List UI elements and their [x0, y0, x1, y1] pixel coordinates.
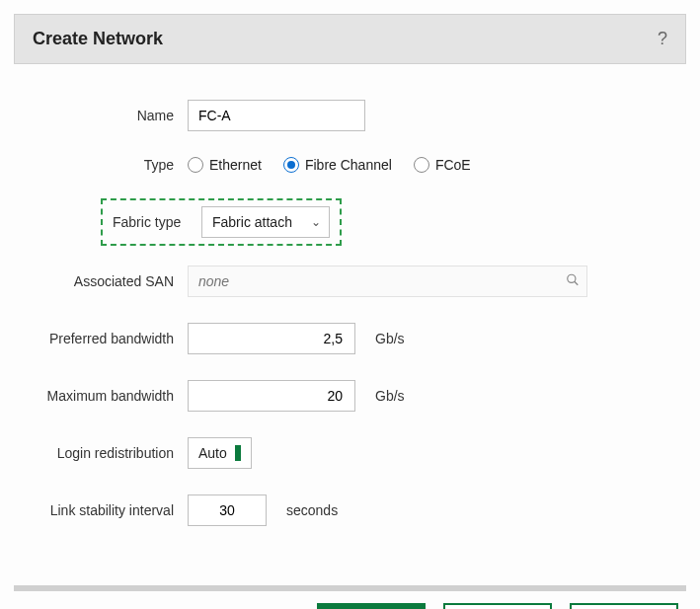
- create-button[interactable]: Create: [317, 603, 426, 609]
- svg-point-0: [568, 274, 576, 282]
- maximum-bandwidth-input[interactable]: [188, 380, 355, 412]
- radio-circle-icon: [283, 157, 299, 173]
- associated-san-label: Associated SAN: [39, 273, 188, 289]
- radio-fcoe-label: FCoE: [435, 157, 471, 173]
- row-preferred-bandwidth: Preferred bandwidth Gb/s: [39, 323, 661, 354]
- footer-bar: 1 Changed: Name to ... Create Create + C…: [0, 591, 700, 609]
- fabric-type-select[interactable]: Fabric attach ⌄: [201, 206, 330, 238]
- login-redistribution-value: Auto: [198, 445, 227, 461]
- cancel-button[interactable]: Cancel: [570, 603, 678, 609]
- radio-fcoe[interactable]: FCoE: [414, 157, 471, 173]
- radio-ethernet[interactable]: Ethernet: [188, 157, 262, 173]
- dialog-title: Create Network: [33, 29, 163, 49]
- link-stability-interval-label: Link stability interval: [39, 502, 188, 518]
- search-icon[interactable]: [566, 273, 580, 290]
- row-associated-san: Associated SAN: [39, 266, 661, 297]
- link-stability-interval-input[interactable]: [188, 495, 267, 526]
- row-link-stability-interval: Link stability interval seconds: [39, 495, 661, 526]
- radio-fibre-channel[interactable]: Fibre Channel: [283, 157, 392, 173]
- row-fabric-type-highlight: Fabric type Fabric attach ⌄: [101, 198, 342, 246]
- create-plus-button[interactable]: Create +: [443, 603, 552, 609]
- maximum-bandwidth-unit: Gb/s: [375, 388, 405, 404]
- radio-fibre-channel-label: Fibre Channel: [305, 157, 392, 173]
- help-icon[interactable]: ?: [658, 29, 667, 49]
- svg-line-1: [575, 281, 579, 285]
- preferred-bandwidth-label: Preferred bandwidth: [39, 331, 188, 346]
- login-redistribution-select[interactable]: Auto: [188, 437, 252, 469]
- name-input[interactable]: [188, 100, 365, 131]
- type-radio-group: Ethernet Fibre Channel FCoE: [188, 157, 471, 173]
- associated-san-input[interactable]: [188, 266, 587, 297]
- type-label: Type: [39, 157, 188, 173]
- name-label: Name: [39, 108, 188, 123]
- form-body: Name Type Ethernet Fibre Channel FCoE: [0, 64, 700, 546]
- radio-circle-icon: [414, 157, 429, 173]
- row-maximum-bandwidth: Maximum bandwidth Gb/s: [39, 380, 661, 412]
- maximum-bandwidth-label: Maximum bandwidth: [39, 388, 188, 404]
- fabric-type-value: Fabric attach: [212, 214, 292, 230]
- link-stability-interval-unit: seconds: [286, 502, 338, 518]
- preferred-bandwidth-input[interactable]: [188, 323, 355, 354]
- row-login-redistribution: Login redistribution Auto: [39, 437, 661, 469]
- login-redistribution-label: Login redistribution: [39, 445, 188, 461]
- chevron-down-icon: ⌄: [311, 215, 321, 229]
- row-name: Name: [39, 100, 661, 131]
- fabric-type-label: Fabric type: [113, 214, 201, 230]
- preferred-bandwidth-unit: Gb/s: [375, 331, 405, 346]
- radio-ethernet-label: Ethernet: [209, 157, 262, 173]
- dialog-header: Create Network ?: [14, 14, 686, 64]
- indicator-bar-icon: [235, 445, 241, 461]
- radio-circle-icon: [188, 157, 203, 173]
- row-type: Type Ethernet Fibre Channel FCoE: [39, 157, 661, 173]
